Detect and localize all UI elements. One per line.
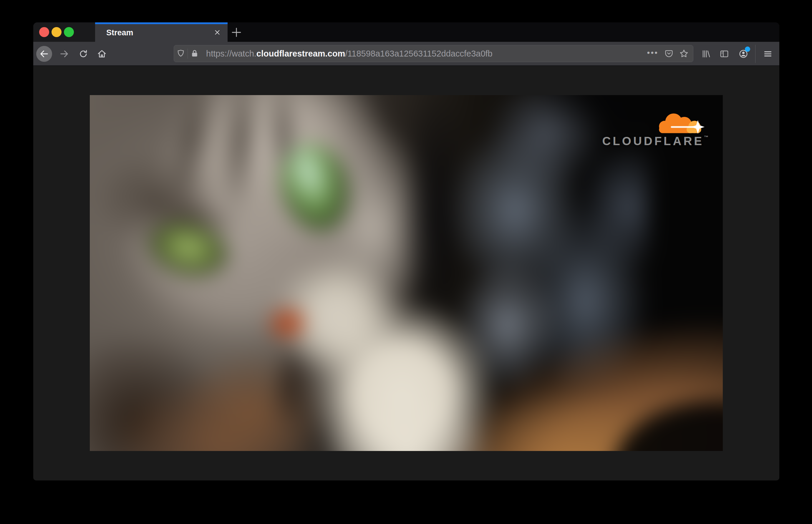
save-to-pocket-button[interactable]: [661, 45, 677, 62]
cloudflare-brand-text: CLOUDFLARE™: [595, 134, 708, 148]
back-button[interactable]: [36, 46, 52, 62]
account-button[interactable]: [735, 46, 751, 62]
hamburger-menu-icon: [763, 49, 773, 59]
reload-button[interactable]: [75, 46, 91, 62]
pocket-icon: [664, 49, 673, 58]
account-notification-badge: [745, 47, 750, 52]
page-actions-button[interactable]: •••: [645, 45, 661, 62]
tab-bar: Stream: [33, 22, 779, 42]
tab-stream[interactable]: Stream: [95, 22, 228, 42]
site-identity-button[interactable]: [188, 49, 201, 58]
cloudflare-watermark: CLOUDFLARE™: [595, 110, 706, 148]
navigation-toolbar: https://watch.cloudflarestream.com/11859…: [33, 42, 779, 66]
trademark-symbol: ™: [704, 134, 708, 140]
shield-icon: [176, 49, 185, 58]
titlebar-drag-area[interactable]: [33, 22, 95, 42]
page-content: CLOUDFLARE™: [33, 66, 779, 480]
url-scheme-host: https://watch.: [206, 49, 257, 58]
zoom-window-button[interactable]: [64, 27, 74, 37]
home-button[interactable]: [94, 46, 110, 62]
blurred-cat-video-frame: [90, 95, 723, 451]
star-icon: [679, 49, 689, 59]
sidebar-icon: [719, 49, 729, 59]
url-path: /118598a163a125631152ddaccfe3a0fb: [345, 49, 492, 58]
toolbar-divider: [755, 45, 756, 63]
desktop-background: Stream: [0, 0, 812, 524]
menu-button[interactable]: [760, 46, 776, 62]
bookmark-star-button[interactable]: [677, 45, 693, 62]
tab-title: Stream: [106, 22, 133, 42]
url-domain: cloudflarestream.com: [257, 49, 345, 58]
ellipsis-icon: •••: [645, 48, 661, 59]
forward-button[interactable]: [56, 46, 72, 62]
back-arrow-icon: [39, 49, 49, 59]
plus-icon: [230, 26, 243, 38]
address-bar[interactable]: https://watch.cloudflarestream.com/11859…: [174, 45, 693, 62]
lock-icon: [190, 49, 199, 58]
new-tab-button[interactable]: [230, 26, 243, 39]
video-player[interactable]: CLOUDFLARE™: [90, 95, 723, 451]
minimize-window-button[interactable]: [51, 27, 62, 37]
library-icon: [701, 49, 711, 59]
home-icon: [97, 49, 107, 59]
library-button[interactable]: [698, 46, 714, 62]
url-text: https://watch.cloudflarestream.com/11859…: [206, 49, 492, 59]
forward-arrow-icon: [59, 49, 69, 59]
reload-icon: [78, 49, 88, 59]
tracking-protection-button[interactable]: [174, 49, 188, 58]
browser-window: Stream: [33, 22, 779, 480]
cloudflare-cloud-logo-icon: [655, 110, 706, 134]
tab-close-button[interactable]: [212, 27, 222, 37]
close-icon: [213, 29, 221, 36]
sidebar-button[interactable]: [716, 46, 732, 62]
close-window-button[interactable]: [39, 27, 49, 37]
